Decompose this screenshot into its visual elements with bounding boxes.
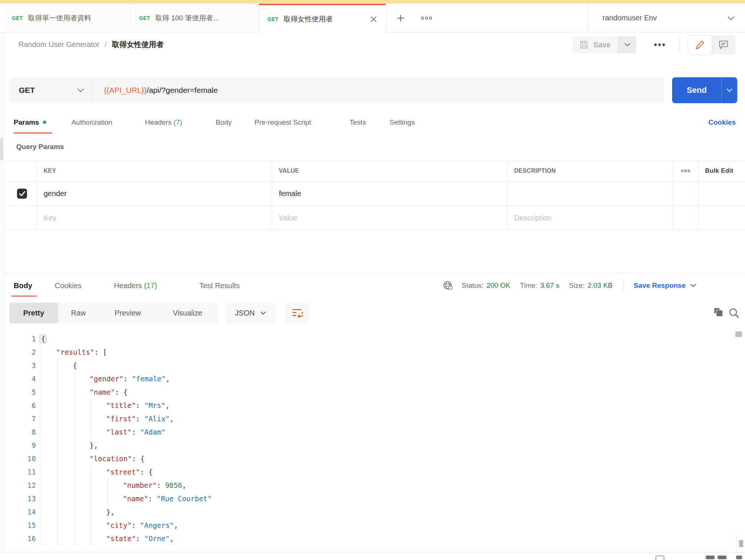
environment-banner [0,0,745,4]
view-visualize-button[interactable]: Visualize [157,303,218,323]
line-number: 9 [0,439,36,452]
search-response-button[interactable] [728,307,740,319]
scrollbar-thumb[interactable] [0,138,3,161]
breadcrumb-collection[interactable]: Random User Generator [18,40,100,49]
edit-pane-button[interactable] [688,36,712,54]
format-dropdown[interactable]: JSON [226,303,276,323]
line-number: 12 [0,479,36,492]
column-options-button[interactable] [672,161,698,181]
comments-pane-button[interactable] [712,36,735,54]
bulk-edit-button[interactable]: Bulk Edit [698,161,745,181]
line-number: 15 [0,519,36,532]
wrap-text-button[interactable] [285,303,310,323]
network-globe-icon[interactable] [442,280,454,291]
footer-icon[interactable] [736,556,742,559]
search-icon [728,307,739,318]
code-text: { [40,359,77,372]
footer-bar [0,553,745,560]
divider [736,534,737,553]
response-view-switch: Pretty Raw Preview Visualize [9,303,218,323]
line-number: 4 [0,372,36,385]
view-pretty-button[interactable]: Pretty [9,303,58,323]
footer-icon[interactable] [706,556,715,559]
tab-title: 取得單一使用者資料 [28,13,91,23]
left-scroll-gutter [0,34,4,553]
tab-options-button[interactable] [417,4,436,32]
tab-authorization[interactable]: Authorization [71,112,112,133]
code-line: 9}, [0,439,732,452]
line-number: 5 [0,385,36,399]
headers-count: (7) [173,118,182,126]
cookies-link[interactable]: Cookies [708,112,736,133]
method-badge: GET [267,16,279,22]
url-input[interactable]: {{API_URL}}/api/?gender=female [92,77,664,103]
code-line: 7"first": "Alix", [0,412,732,425]
console-icon[interactable] [655,556,664,560]
param-description-field[interactable]: Description [508,206,672,230]
param-key-field[interactable]: gender [37,182,272,206]
save-options-button[interactable] [618,36,636,53]
tab-tests[interactable]: Tests [350,112,366,133]
code-line: 8"last": "Adam" [0,425,732,439]
save-response-button[interactable]: Save Response [634,281,685,290]
param-key-field[interactable]: Key [37,206,272,230]
request-tab-1[interactable]: GET 取得單一使用者資料 [4,4,131,32]
row-options-cell [672,206,698,230]
close-tab-icon[interactable] [370,16,377,23]
tab-headers[interactable]: Headers (7) [145,112,182,133]
tab-response-body[interactable]: Body [14,274,32,297]
scrollbar-thumb[interactable] [735,331,742,337]
send-button[interactable]: Send [672,77,721,103]
param-value-field[interactable]: Value [272,206,508,230]
line-number: 1 [0,332,36,345]
row-checkbox-cell [7,206,37,230]
environment-selector[interactable]: randomuser Env [588,4,745,32]
tab-prerequest-script[interactable]: Pre-request Script [254,112,311,133]
tab-params[interactable]: Params [14,112,46,133]
row-end-cell [698,182,745,206]
wrap-lines-icon [292,308,303,318]
code-text: "street": { [40,465,153,479]
tab-response-headers[interactable]: Headers (17) [114,274,157,297]
code-text: "results": [ [40,345,107,359]
view-preview-button[interactable]: Preview [99,303,157,323]
request-more-actions-button[interactable] [649,36,670,53]
comment-icon [718,40,729,50]
postman-app-window: GET 取得單一使用者資料 GET 取得 100 筆使用者... GET 取得女… [0,0,745,560]
code-line: 14}, [0,505,732,519]
copy-response-button[interactable] [712,307,724,319]
pencil-icon [695,40,705,50]
param-description-field[interactable] [508,182,672,206]
code-line: 5"name": { [0,385,732,399]
send-options-button[interactable] [722,77,737,103]
request-tab-active[interactable]: GET 取得女性使用者 [259,4,386,33]
row-checkbox-cell [7,182,37,206]
breadcrumb-request-name[interactable]: 取得女性使用者 [112,40,164,50]
tab-settings[interactable]: Settings [390,112,415,133]
save-button[interactable]: Save [573,36,618,53]
response-body-json[interactable]: 1{2"results": [3{4"gender": "female",5"n… [0,332,732,545]
param-checkbox-checked[interactable] [17,189,27,199]
url-path: /api/?gender=female [147,86,218,95]
tab-test-results[interactable]: Test Results [199,274,240,297]
view-raw-button[interactable]: Raw [58,303,99,323]
response-section-divider [0,273,745,273]
tab-response-cookies[interactable]: Cookies [55,274,81,297]
code-line: 15"city": "Angers", [0,519,732,532]
param-value-field[interactable]: female [272,182,508,206]
code-text: "name": "Rue Courbet" [40,492,212,505]
table-row: gender female [7,182,745,206]
method-dropdown[interactable]: GET [9,77,92,103]
breadcrumb: Random User Generator / 取得女性使用者 [18,33,164,56]
chevron-down-icon [624,43,631,47]
tab-body[interactable]: Body [216,112,232,133]
code-text: "name": { [40,385,128,399]
scrollbar-thumb[interactable] [739,540,743,547]
footer-icon[interactable] [718,556,727,559]
code-text: "city": "Angers", [40,519,178,532]
new-tab-button[interactable] [391,4,410,32]
line-number: 10 [0,452,36,465]
request-tab-2[interactable]: GET 取得 100 筆使用者... [131,4,259,32]
format-value: JSON [235,309,254,317]
right-pane-toggle [688,36,735,54]
